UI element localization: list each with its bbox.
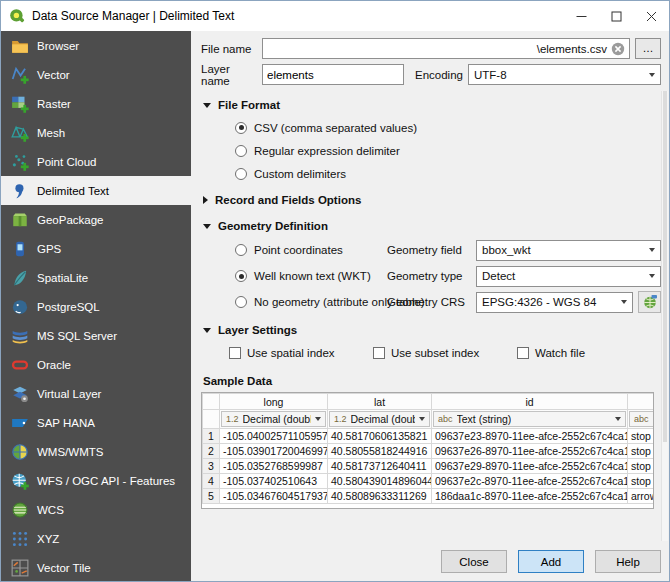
- table-cell[interactable]: 40.58170606135821: [328, 429, 432, 444]
- table-cell[interactable]: stop: [628, 429, 655, 444]
- close-button[interactable]: Close: [441, 550, 507, 573]
- file-name-input[interactable]: \elements.csv: [262, 38, 630, 59]
- field-type-select-lat[interactable]: 1.2 Decimal (double): [329, 411, 430, 427]
- sidebar-item-label: Vector Tile: [37, 562, 91, 574]
- field-type-select-id[interactable]: abc Text (string): [433, 411, 626, 427]
- checkbox-watch-file[interactable]: Watch file: [517, 347, 661, 359]
- column-header-id[interactable]: id: [432, 394, 628, 410]
- section-title: File Format: [218, 99, 280, 111]
- vertical-scrollbar[interactable]: [661, 91, 668, 541]
- type-cell: 1.2 Decimal (double): [328, 410, 432, 429]
- section-title: Record and Fields Options: [215, 194, 361, 206]
- sidebar-item-virtual-layer[interactable]: Virtual Layer: [1, 379, 191, 408]
- sidebar-item-raster[interactable]: Raster: [1, 89, 191, 118]
- layer-name-input[interactable]: [262, 64, 404, 85]
- sample-data-table: long lat id 1.2 Decimal (double): [201, 392, 654, 509]
- corner-cell: [203, 394, 220, 410]
- table-cell[interactable]: 40.58055818244916: [328, 444, 432, 459]
- maximize-button[interactable]: [599, 1, 634, 31]
- crs-picker-button[interactable]: [638, 291, 661, 313]
- sidebar-item-vector-tile[interactable]: Vector Tile: [1, 553, 191, 581]
- table-cell[interactable]: stop: [628, 444, 655, 459]
- add-button[interactable]: Add: [518, 550, 584, 573]
- table-cell[interactable]: stop: [628, 459, 655, 474]
- field-type-select-long[interactable]: 1.2 Decimal (double): [221, 411, 326, 427]
- radio-custom-delimiters[interactable]: Custom delimiters: [235, 162, 661, 185]
- sidebar-item-wms-wmts[interactable]: WMS/WMTS: [1, 437, 191, 466]
- geometry-crs-row: Geometry CRS EPSG:4326 - WGS 84: [387, 289, 661, 315]
- checkbox-indicator: [517, 347, 529, 359]
- section-header-record-fields[interactable]: Record and Fields Options: [203, 194, 661, 206]
- column-header-clipped[interactable]: [628, 394, 655, 410]
- table-cell[interactable]: 186daa1c-8970-11ee-afce-2552c67c4ca1: [432, 489, 628, 504]
- encoding-select[interactable]: UTF-8: [468, 64, 661, 85]
- table-cell[interactable]: arrow: [628, 489, 655, 504]
- clear-icon[interactable]: [611, 42, 625, 56]
- sidebar-item-label: WCS: [37, 504, 64, 516]
- sidebar-item-delimited-text[interactable]: Delimited Text: [1, 176, 191, 205]
- browse-button[interactable]: …: [635, 38, 661, 59]
- titlebar-close-button[interactable]: [634, 1, 669, 31]
- decimal-type-icon: 1.2: [334, 414, 347, 424]
- minimize-button[interactable]: [564, 1, 599, 31]
- sidebar-item-vector[interactable]: Vector: [1, 60, 191, 89]
- column-header-lat[interactable]: lat: [328, 394, 432, 410]
- table-cell[interactable]: 40.58173712640411: [328, 459, 432, 474]
- radio-regular-expression[interactable]: Regular expression delimiter: [235, 139, 661, 162]
- sidebar-item-sap-hana[interactable]: SAP HANA: [1, 408, 191, 437]
- table-cell[interactable]: stop: [628, 474, 655, 489]
- layer-name-label: Layer name: [201, 63, 257, 87]
- geometry-type-select[interactable]: Detect: [476, 266, 661, 287]
- field-type-select-clipped[interactable]: abc Te: [629, 411, 654, 427]
- table-cell[interactable]: 40.580439014896044: [328, 474, 432, 489]
- dialog-footer: Close Add Help: [201, 542, 661, 573]
- scrollbar-thumb[interactable]: [663, 91, 667, 442]
- table-cell[interactable]: 09637e29-8970-11ee-afce-2552c67c4ca1: [432, 459, 628, 474]
- sidebar-item-mesh[interactable]: Mesh: [1, 118, 191, 147]
- table-cell[interactable]: 09637e26-8970-11ee-afce-2552c67c4ca1: [432, 444, 628, 459]
- table-cell[interactable]: 09637e2c-8970-11ee-afce-2552c67c4ca1: [432, 474, 628, 489]
- section-header-layer-settings[interactable]: Layer Settings: [203, 324, 661, 336]
- window-title: Data Source Manager | Delimited Text: [32, 9, 234, 23]
- geometry-crs-select[interactable]: EPSG:4326 - WGS 84: [476, 292, 633, 313]
- help-button[interactable]: Help: [595, 550, 661, 573]
- checkbox-use-spatial-index[interactable]: Use spatial index: [229, 347, 373, 359]
- sidebar-item-label: WMS/WMTS: [37, 446, 103, 458]
- sidebar-item-label: Mesh: [37, 127, 65, 139]
- table-cell[interactable]: 40.58089633311269: [328, 489, 432, 504]
- sidebar-item-point-cloud[interactable]: Point Cloud: [1, 147, 191, 176]
- sidebar-item-label: GPS: [37, 243, 61, 255]
- radio-well-known-text[interactable]: Well known text (WKT): [235, 263, 387, 289]
- table-cell[interactable]: -105.04002571105957: [220, 429, 328, 444]
- geopackage-icon: [11, 211, 29, 229]
- sidebar-item-gps[interactable]: GPS: [1, 234, 191, 263]
- sidebar-item-spatialite[interactable]: SpatiaLite: [1, 263, 191, 292]
- geometry-field-select[interactable]: bbox_wkt: [476, 240, 661, 261]
- sidebar-item-wfs-ogc-api-features[interactable]: WFS / OGC API - Features: [1, 466, 191, 495]
- table-cell[interactable]: -105.03467604517937: [220, 489, 328, 504]
- sidebar-item-ms-sql-server[interactable]: MS SQL Server: [1, 321, 191, 350]
- table-cell[interactable]: -105.037402510643: [220, 474, 328, 489]
- section-header-file-format[interactable]: File Format: [203, 99, 661, 111]
- section-header-geometry-definition[interactable]: Geometry Definition: [203, 220, 661, 232]
- sidebar-item-wcs[interactable]: WCS: [1, 495, 191, 524]
- table-cell[interactable]: -105.0352768599987: [220, 459, 328, 474]
- checkbox-use-subset-index[interactable]: Use subset index: [373, 347, 517, 359]
- table-cell[interactable]: 09637e23-8970-11ee-afce-2552c67c4ca1: [432, 429, 628, 444]
- radio-label: Point coordinates: [254, 244, 343, 256]
- radio-point-coordinates[interactable]: Point coordinates: [235, 237, 387, 263]
- geometry-crs-value: EPSG:4326 - WGS 84: [482, 296, 596, 308]
- sidebar-item-geopackage[interactable]: GeoPackage: [1, 205, 191, 234]
- sidebar-item-postgresql[interactable]: PostgreSQL: [1, 292, 191, 321]
- table-cell[interactable]: -105.03901720046997: [220, 444, 328, 459]
- sidebar-item-browser[interactable]: Browser: [1, 31, 191, 60]
- column-header-long[interactable]: long: [220, 394, 328, 410]
- type-label: Text (string): [457, 413, 512, 425]
- radio-no-geometry[interactable]: No geometry (attribute only table): [235, 289, 387, 315]
- radio-csv[interactable]: CSV (comma separated values): [235, 116, 661, 139]
- sidebar-item-xyz[interactable]: XYZ: [1, 524, 191, 553]
- geometry-type-row: Geometry type Detect: [387, 263, 661, 289]
- titlebar: Data Source Manager | Delimited Text: [1, 1, 669, 31]
- geometry-field-value: bbox_wkt: [482, 244, 531, 256]
- sidebar-item-oracle[interactable]: Oracle: [1, 350, 191, 379]
